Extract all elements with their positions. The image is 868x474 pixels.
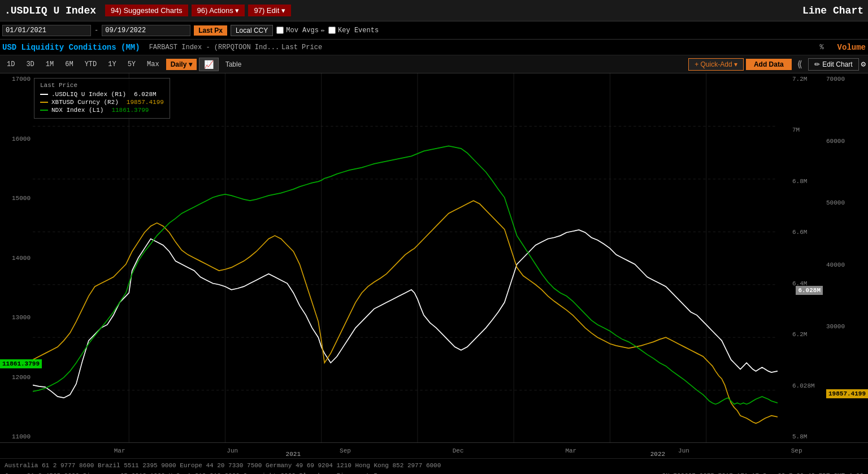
index-label: FARBAST Index - (RRPQTOON Ind... — [149, 44, 279, 51]
legend-value-usdliq: 6.028M — [134, 91, 157, 98]
footer: Australia 61 2 9777 8600 Brazil 5511 239… — [0, 458, 868, 474]
gear-icon[interactable]: ⚙ — [861, 59, 866, 69]
y-label-11000: 11000 — [0, 433, 33, 440]
y-label-15000: 15000 — [0, 195, 33, 202]
key-events-label: Key Events — [338, 27, 379, 34]
chart-title: USD Liquidity Conditions (MM) — [2, 43, 140, 52]
y-axis-far-right: 70000 60000 50000 40000 30000 — [824, 73, 868, 442]
y-right-58m: 5.8M — [790, 433, 823, 440]
period-max[interactable]: Max — [142, 59, 164, 70]
key-events-row: Key Events — [328, 27, 379, 34]
y-right-7m: 7M — [790, 127, 823, 133]
legend-row-usdliq: .USDLIQ U Index (R1) 6.028M — [40, 91, 164, 98]
x-axis-bar: Mar Jun Sep 2021 Dec Mar Jun 2022 Sep — [0, 442, 868, 458]
chart-container: 17000 16000 15000 14000 13000 12000 1100… — [0, 73, 868, 442]
y-label-12000: 12000 — [0, 374, 33, 381]
x-label-sep2: Sep — [791, 447, 802, 454]
legend-name-ndx: NDX Index (L1) — [51, 107, 103, 114]
chart-svg — [33, 73, 778, 442]
y-far-40k: 40000 — [824, 262, 868, 268]
y-label-17000: 17000 — [0, 76, 33, 82]
footer-line1: Australia 61 2 9777 8600 Brazil 5511 239… — [5, 461, 863, 471]
y-far-60k: 60000 — [824, 138, 868, 145]
legend-color-white — [40, 94, 48, 95]
top-bar: .USDLIQ U Index 94) Suggested Charts 96)… — [0, 0, 868, 21]
key-events-checkbox[interactable] — [328, 27, 336, 34]
x-label-sep: Sep — [340, 447, 351, 454]
pencil-icon: ✏ — [321, 26, 325, 34]
legend-color-gold — [40, 102, 48, 103]
y-far-50k: 50000 — [824, 199, 868, 206]
legend-title: Last Price — [40, 82, 164, 89]
last-px-button[interactable]: Last Px — [194, 25, 227, 36]
y-right-68m: 6.8M — [790, 178, 823, 185]
edit-top-button[interactable]: 97) Edit ▾ — [248, 5, 290, 16]
mov-avgs-row: Mov Avgs ✏ — [276, 26, 325, 34]
second-bar: - Last Px Local CCY Mov Avgs ✏ Key Event… — [0, 21, 868, 40]
pct-label: % — [819, 44, 823, 51]
x-label-mar: Mar — [114, 447, 125, 454]
legend-name-xbtusd: XBTUSD Curncy (R2) — [51, 99, 119, 106]
last-price-label: Last Price — [281, 44, 322, 51]
legend-value-xbtusd: 19857.4199 — [127, 99, 164, 106]
footer-sn: SN 732627 G375-7217-171 17-Sep-22 7:39:4… — [662, 471, 863, 474]
y-label-14000: 14000 — [0, 255, 33, 262]
y-right-6m: 6.028M — [790, 382, 823, 389]
date-from-input[interactable] — [2, 25, 91, 36]
ticker-label: .USDLIQ U Index — [5, 5, 96, 16]
nav-arrows[interactable]: ⟪ — [794, 59, 806, 70]
y-right-66m: 6.6M — [790, 229, 823, 236]
title-bar: USD Liquidity Conditions (MM) FARBAST In… — [0, 40, 868, 55]
price-badge-ndx: 11861.3799 — [0, 359, 42, 368]
date-to-input[interactable] — [102, 25, 190, 36]
quick-add-button[interactable]: + Quick-Add ▾ — [688, 58, 744, 71]
legend-name-usdliq: .USDLIQ U Index (R1) — [51, 91, 126, 98]
table-button[interactable]: Table — [221, 59, 246, 70]
period-bar: 1D 3D 1M 6M YTD 1Y 5Y Max Daily ▾ 📈 Tabl… — [0, 55, 868, 73]
x-year-2022: 2022 — [650, 451, 665, 458]
actions-button[interactable]: 96) Actions ▾ — [192, 5, 245, 16]
volume-label: Volume — [837, 43, 866, 52]
legend-color-green — [40, 110, 48, 111]
edit-chart-button[interactable]: ✏ Edit Chart — [808, 58, 858, 71]
period-1y[interactable]: 1Y — [103, 59, 120, 70]
y-far-30k: 30000 — [824, 323, 868, 330]
mov-avgs-label: Mov Avgs — [286, 27, 319, 34]
footer-line2: Japan 81 3 4565 8900 Singapore 65 6212 1… — [5, 471, 381, 474]
y-label-13000: 13000 — [0, 314, 33, 321]
legend-row-ndx: NDX Index (L1) 11861.3799 — [40, 107, 164, 114]
x-label-jun2: Jun — [678, 447, 689, 454]
y-right-62m: 6.2M — [790, 331, 823, 338]
price-badge-usdliq: 6.028M — [796, 286, 823, 295]
period-1d[interactable]: 1D — [2, 59, 19, 70]
legend-value-ndx: 11861.3799 — [111, 107, 149, 114]
date-separator: - — [94, 27, 98, 34]
y-right-72m: 7.2M — [790, 76, 823, 82]
suggested-charts-button[interactable]: 94) Suggested Charts — [105, 5, 188, 16]
mov-avgs-checkbox[interactable] — [276, 27, 284, 34]
period-6m[interactable]: 6M — [60, 59, 77, 70]
period-daily-dropdown[interactable]: Daily ▾ — [166, 59, 197, 70]
x-label-mar2: Mar — [565, 447, 576, 454]
line-chart-icon-button[interactable]: 📈 — [199, 58, 219, 71]
line-chart-label: Line Chart — [802, 5, 863, 16]
x-label-dec: Dec — [453, 447, 464, 454]
x-label-jun: Jun — [227, 447, 238, 454]
add-data-button[interactable]: Add Data — [746, 59, 792, 70]
period-1m[interactable]: 1M — [41, 59, 58, 70]
y-axis-right: 7.2M 7M 6.8M 6.6M 6.4M 6.2M 6.028M 5.8M — [790, 73, 823, 442]
x-year-2021: 2021 — [286, 451, 301, 458]
local-ccy-button[interactable]: Local CCY — [231, 25, 273, 36]
legend-box: Last Price .USDLIQ U Index (R1) 6.028M X… — [34, 78, 170, 119]
y-far-70k: 70000 — [824, 76, 868, 82]
period-5y[interactable]: 5Y — [123, 59, 140, 70]
price-badge-xbtusd: 19857.4199 — [826, 389, 868, 398]
y-label-16000: 16000 — [0, 136, 33, 142]
y-axis-left: 17000 16000 15000 14000 13000 12000 1100… — [0, 73, 33, 442]
legend-row-xbtusd: XBTUSD Curncy (R2) 19857.4199 — [40, 99, 164, 106]
pencil-icon: ✏ — [814, 60, 820, 68]
period-ytd[interactable]: YTD — [80, 59, 102, 70]
period-3d[interactable]: 3D — [21, 59, 38, 70]
